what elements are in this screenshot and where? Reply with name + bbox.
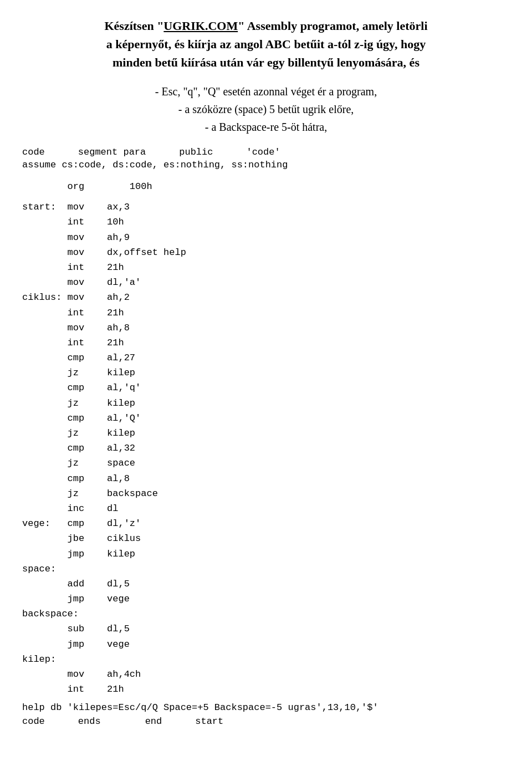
code-header: code segment para public 'code' (22, 147, 510, 157)
org-line: org 100h (22, 179, 510, 194)
desc-line1: - Esc, "q", "Q" esetén azonnal véget ér … (22, 83, 510, 100)
help-line: help db 'kilepes=Esc/q/Q Space=+5 Backsp… (22, 702, 510, 713)
code-header-col1: code (22, 147, 45, 157)
code-header-col3: public (179, 147, 213, 157)
code-footer: code ends end start (22, 716, 510, 727)
desc-line2: - a szóközre (space) 5 betűt ugrik előre… (22, 100, 510, 118)
code-footer-col2: ends (78, 716, 101, 727)
code-header-col2: segment para (78, 147, 146, 157)
assume-line: assume cs:code, ds:code, es:nothing, ss:… (22, 160, 510, 170)
title-line3: minden betű kiírása után vár egy billent… (112, 55, 420, 69)
description-block: - Esc, "q", "Q" esetén azonnal véget ér … (22, 83, 510, 136)
title-block: Készítsen "UGRIK.COM" Assembly programot… (22, 17, 510, 72)
title-line1: Készítsen "UGRIK.COM" Assembly programot… (104, 19, 427, 33)
brand-name: UGRIK.COM (163, 19, 238, 33)
code-section: code segment para public 'code' assume c… (22, 147, 510, 727)
code-body: start: mov ax,3 int 10h mov ah,9 mov dx,… (22, 200, 510, 697)
title-line2: a képernyőt, és kiírja az angol ABC betű… (106, 37, 426, 51)
code-footer-col3: end (145, 716, 162, 727)
code-footer-col4: start (195, 716, 223, 727)
desc-line3: - a Backspace-re 5-öt hátra, (22, 118, 510, 136)
code-header-col4: 'code' (246, 147, 280, 157)
code-footer-col1: code (22, 716, 45, 727)
